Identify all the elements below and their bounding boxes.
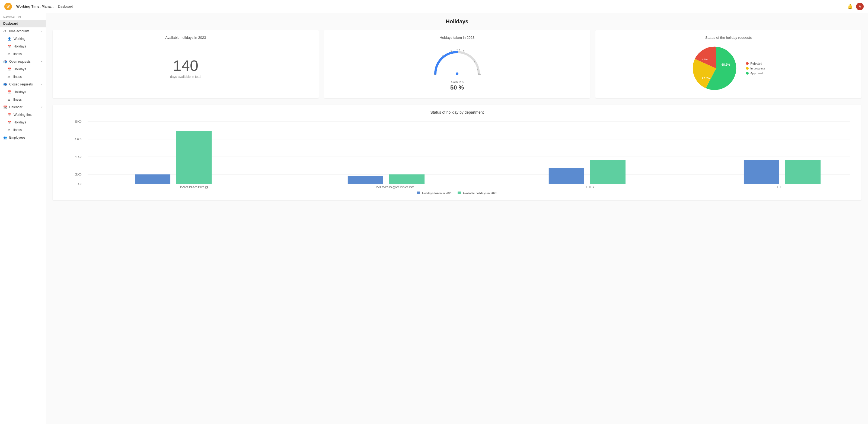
sidebar-item-open-illness[interactable]: ⚖ Illness xyxy=(0,73,46,81)
available-holidays-sub: days available in total xyxy=(170,75,201,79)
sidebar-item-cal-illness[interactable]: ⚖ Illness xyxy=(0,126,46,134)
time-accounts-icon: ⏱ xyxy=(3,30,6,33)
sidebar-group-open-requests[interactable]: 📬 Open requests ▾ xyxy=(0,58,46,65)
svg-text:HR: HR xyxy=(585,185,595,188)
available-holidays-title: Available holidays in 2023 xyxy=(58,35,313,40)
gauge-value: 50 % xyxy=(450,84,464,91)
status-holiday-card: Status of the holiday requests 68.2% 27.… xyxy=(595,30,862,98)
page-title: Holidays xyxy=(53,19,862,25)
svg-text:60: 60 xyxy=(74,138,82,141)
svg-text:5: 5 xyxy=(459,48,460,51)
sidebar-item-cal-holidays[interactable]: 📅 Holidays xyxy=(0,119,46,126)
taken-holidays-card: Holdays taken in 2023 0 1 2 3 xyxy=(324,30,590,98)
svg-text:80: 80 xyxy=(74,120,82,123)
available-legend-label: Available holidays in 2023 xyxy=(463,191,497,195)
svg-text:7: 7 xyxy=(469,54,471,57)
status-holiday-title: Status of the holiday requests xyxy=(601,35,856,40)
svg-text:3: 3 xyxy=(450,50,452,53)
employees-icon: 👥 xyxy=(3,136,7,140)
cal-holidays-icon: 📅 xyxy=(8,121,11,124)
bar-chart-area: 80 60 40 20 0 Marketing Management xyxy=(58,119,856,189)
sidebar-item-employees[interactable]: 👥 Employees xyxy=(0,134,46,141)
dashboard-top-row: Available holidays in 2023 140 days avai… xyxy=(53,30,862,98)
rejected-label: Rejected xyxy=(750,62,762,65)
svg-point-12 xyxy=(456,72,458,75)
svg-text:27.3%: 27.3% xyxy=(702,77,710,80)
sidebar-item-holidays-time[interactable]: 📅 Holidays xyxy=(0,42,46,50)
bar-hr-taken xyxy=(549,168,584,184)
closed-illness-icon: ⚖ xyxy=(8,98,10,101)
employees-label: Employees xyxy=(9,135,25,140)
sidebar-item-closed-holidays[interactable]: 📅 Holidays xyxy=(0,88,46,96)
bar-it-taken xyxy=(744,160,779,184)
gauge-label: Taken in % xyxy=(449,80,465,84)
svg-text:8: 8 xyxy=(474,60,475,63)
rejected-dot xyxy=(746,62,749,65)
inprogress-label: In progress xyxy=(750,67,765,70)
legend-inprogress: In progress xyxy=(746,67,765,70)
closed-requests-icon: 📫 xyxy=(3,83,7,86)
svg-text:Marketing: Marketing xyxy=(180,185,208,188)
open-requests-icon: 📬 xyxy=(3,60,7,63)
holidays-time-icon: 📅 xyxy=(8,45,11,48)
legend-rejected: Rejected xyxy=(746,62,765,65)
closed-requests-label: Closed requests xyxy=(9,83,33,86)
open-holidays-icon: 📅 xyxy=(8,67,11,71)
notification-icon[interactable]: 🔔 xyxy=(847,4,853,9)
chevron-down-icon-4: ▾ xyxy=(41,106,42,109)
svg-text:68.2%: 68.2% xyxy=(721,63,730,66)
bar-chart-card: Status of holiday by department 80 60 40… xyxy=(53,105,862,200)
working-icon: 👤 xyxy=(8,37,11,41)
sidebar: Navigation Dasboard ⏱ Time accounts ▾ 👤 … xyxy=(0,13,46,424)
available-holidays-number: 140 xyxy=(173,58,198,73)
sidebar-group-closed-requests[interactable]: 📫 Closed requests ▾ xyxy=(0,81,46,88)
bar-marketing-available xyxy=(176,131,212,184)
header-left: W Working Time: Mana... Dasboard xyxy=(4,3,73,10)
svg-text:2: 2 xyxy=(442,55,443,58)
illness-time-icon: ⚖ xyxy=(8,52,10,56)
main-content: Holidays Available holidays in 2023 140 … xyxy=(46,13,868,424)
pie-container: 68.2% 27.3% 4.5% Rejected In progress xyxy=(601,44,856,93)
sidebar-group-time-accounts[interactable]: ⏱ Time accounts ▾ xyxy=(0,27,46,35)
available-legend-rect xyxy=(458,191,461,194)
calendar-icon: 📆 xyxy=(3,105,7,109)
sidebar-item-working-time[interactable]: 📅 Working time xyxy=(0,111,46,119)
chevron-down-icon: ▾ xyxy=(41,30,42,33)
sidebar-item-open-holidays[interactable]: 📅 Holidays xyxy=(0,65,46,73)
inprogress-dot xyxy=(746,67,749,70)
chevron-down-icon-2: ▾ xyxy=(41,60,42,63)
svg-text:10: 10 xyxy=(478,73,480,76)
bar-marketing-taken xyxy=(135,175,170,184)
bar-chart-title: Status of holiday by department xyxy=(58,110,856,115)
svg-text:6: 6 xyxy=(463,49,464,52)
sidebar-item-closed-illness[interactable]: ⚖ Illness xyxy=(0,96,46,103)
gauge-container: 0 1 2 3 4 5 6 7 8 9 10 xyxy=(330,44,585,91)
svg-text:0: 0 xyxy=(434,73,435,76)
sidebar-item-dashboard[interactable]: Dasboard xyxy=(0,20,46,27)
cal-illness-icon: ⚖ xyxy=(8,128,10,132)
bar-chart-svg: 80 60 40 20 0 Marketing Management xyxy=(58,119,856,189)
approved-dot xyxy=(746,72,749,74)
sidebar-group-calendar[interactable]: 📆 Calendar ▾ xyxy=(0,103,46,111)
gauge-svg: 0 1 2 3 4 5 6 7 8 9 10 xyxy=(430,44,484,79)
svg-text:IT: IT xyxy=(776,185,782,188)
breadcrumb: Dasboard xyxy=(58,4,73,8)
taken-holidays-title: Holdays taken in 2023 xyxy=(330,35,585,40)
svg-text:4: 4 xyxy=(456,48,458,51)
closed-holidays-icon: 📅 xyxy=(8,90,11,94)
nav-label: Navigation xyxy=(0,13,46,20)
calendar-label: Calendar xyxy=(9,105,23,109)
available-holidays-card: Available holidays in 2023 140 days avai… xyxy=(53,30,319,98)
bar-mgmt-taken xyxy=(348,176,383,184)
sidebar-item-illness-time[interactable]: ⚖ Illness xyxy=(0,50,46,58)
header-right: 🔔 A xyxy=(847,3,864,10)
open-illness-icon: ⚖ xyxy=(8,75,10,79)
avatar[interactable]: A xyxy=(856,3,864,10)
svg-text:0: 0 xyxy=(78,182,82,186)
bar-mgmt-available xyxy=(389,175,425,184)
sidebar-item-working[interactable]: 👤 Working xyxy=(0,35,46,42)
available-legend-item: Available holidays in 2023 xyxy=(458,191,497,195)
open-requests-label: Open requests xyxy=(9,60,31,63)
app-logo: W xyxy=(4,3,12,10)
layout: Navigation Dasboard ⏱ Time accounts ▾ 👤 … xyxy=(0,13,868,424)
